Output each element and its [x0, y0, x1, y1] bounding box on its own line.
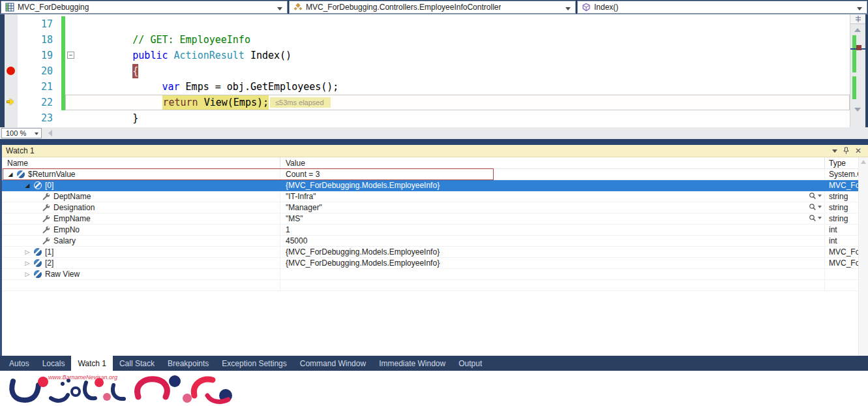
code-line-23[interactable]: 23 } [5, 110, 850, 126]
code-text: Emps = obj.GetEmployees(); [180, 80, 339, 94]
outline-collapse-button[interactable]: − [67, 52, 74, 59]
code-text [74, 64, 132, 78]
scroll-down-arrow[interactable] [854, 108, 861, 112]
tab-output[interactable]: Output [452, 356, 488, 371]
project-dropdown[interactable]: MVC_ForDebugging [1, 1, 288, 14]
watch-row-index1[interactable]: ▷ [1] {MVC_ForDebugging.Models.EmployeeI… [2, 247, 868, 258]
watch-type: MVC_Fo [825, 180, 858, 191]
watch-name: [0] [45, 181, 53, 190]
window-position-dropdown-icon[interactable] [832, 149, 837, 153]
code-line-21[interactable]: 21 var Emps = obj.GetEmployees(); [5, 79, 850, 95]
text-visualizer-button[interactable] [809, 203, 822, 211]
watch-value: {MVC_ForDebugging.Models.EmployeeInfo} [286, 181, 440, 190]
line-number: 18 [18, 34, 61, 46]
perf-tip[interactable]: ≤53ms elapsed [270, 97, 331, 108]
expander-expanded-icon[interactable]: ◢ [24, 182, 31, 189]
watch-row-empname[interactable]: EmpName "MS" string [2, 213, 868, 225]
watch-panel: Watch 1 ✕ Name Value Type ◢ $ReturnValue… [0, 145, 868, 356]
tab-exception-settings[interactable]: Exception Settings [215, 356, 293, 371]
watch-panel-titlebar[interactable]: Watch 1 ✕ [2, 145, 868, 157]
watch-row-empty[interactable] [2, 280, 868, 291]
property-wrench-icon [42, 193, 50, 200]
chevron-down-icon [818, 195, 822, 197]
watch-type: string [825, 191, 858, 202]
line-number: 19 [18, 50, 61, 61]
watch-row-deptname[interactable]: DeptName "IT-Infra" string [2, 191, 868, 202]
watch-type: MVC_Fo [825, 247, 858, 257]
watch-row-salary[interactable]: Salary 45000 int [2, 236, 868, 247]
watch-name: Designation [53, 203, 95, 212]
watch-row-empno[interactable]: EmpNo 1 int [2, 225, 868, 236]
debug-panel-tabbar: Autos Locals Watch 1 Call Stack Breakpoi… [0, 356, 868, 371]
tab-command-window[interactable]: Command Window [293, 356, 372, 371]
property-wrench-icon [42, 237, 50, 245]
breakpoint-gutter-cell[interactable] [5, 95, 18, 110]
tab-watch-1[interactable]: Watch 1 [71, 356, 113, 371]
magnifier-icon [809, 203, 816, 211]
object-sphere-icon [34, 181, 42, 189]
breakpoint-gutter-cell[interactable] [5, 48, 18, 63]
column-header-name[interactable]: Name [2, 157, 280, 168]
expander-collapsed-icon[interactable]: ▷ [24, 260, 31, 266]
code-comment: // GET: EmployeeInfo [74, 33, 250, 47]
breakpoint-icon[interactable] [7, 67, 15, 75]
breakpoint-gutter-cell[interactable] [5, 63, 18, 79]
type-dropdown[interactable]: MVC_ForDebugging.Controllers.EmployeeInf… [289, 1, 576, 14]
scroll-up-arrow[interactable] [861, 160, 866, 164]
pin-icon[interactable] [843, 147, 850, 155]
code-line-22[interactable]: 22 return View(Emps);≤53ms elapsed [5, 95, 850, 110]
split-handle-icon [854, 16, 862, 22]
expander-collapsed-icon[interactable]: ▷ [24, 271, 31, 277]
code-line-19[interactable]: 19 − public ActionResult Index() [5, 48, 850, 63]
object-sphere-icon [34, 248, 42, 256]
expander-collapsed-icon[interactable]: ▷ [24, 249, 31, 255]
window-split-handle[interactable] [850, 14, 865, 24]
zoom-level-dropdown[interactable]: 100 % [1, 128, 42, 138]
watch-row-designation[interactable]: Designation "Manager" string [2, 202, 868, 213]
tab-autos[interactable]: Autos [3, 356, 36, 371]
tab-locals[interactable]: Locals [36, 356, 72, 371]
project-dropdown-label: MVC_ForDebugging [18, 3, 89, 12]
breakpoint-gutter-cell[interactable] [5, 79, 18, 95]
scroll-left-arrow[interactable] [48, 130, 52, 136]
editor-bottom-bar: 100 % [0, 127, 868, 139]
column-header-type[interactable]: Type [825, 157, 858, 168]
code-line-20[interactable]: 20 { [5, 63, 850, 79]
watch-name: Raw View [45, 270, 80, 279]
watch-row-rawview[interactable]: ▷ Raw View [2, 269, 868, 280]
watch-vertical-scrollbar[interactable] [858, 157, 868, 356]
scroll-up-arrow[interactable] [854, 28, 861, 32]
property-wrench-icon [42, 215, 50, 223]
expander-expanded-icon[interactable]: ◢ [7, 171, 14, 178]
close-icon[interactable]: ✕ [855, 147, 861, 155]
watch-row-returnvalue[interactable]: ◢ $ReturnValue Count = 3 System.C [2, 169, 868, 180]
watch-type [825, 269, 858, 279]
column-header-value[interactable]: Value [280, 157, 825, 168]
breakpoint-gutter-cell[interactable] [5, 110, 18, 126]
magnifier-icon [809, 192, 816, 200]
chevron-down-icon [277, 7, 282, 10]
line-number: 20 [18, 65, 61, 77]
member-dropdown[interactable]: Index() [577, 1, 867, 14]
code-editor[interactable]: 17 18 // GET: EmployeeInfo 19 − public A… [0, 14, 868, 127]
watch-panel-title: Watch 1 [6, 146, 35, 155]
tab-breakpoints[interactable]: Breakpoints [161, 356, 215, 371]
chevron-down-icon [565, 7, 571, 10]
barname-nevisan-logo: www.BarnameNevisan.org [4, 372, 239, 405]
breakpoint-gutter-cell[interactable] [5, 16, 18, 32]
watch-name: Salary [53, 236, 76, 245]
text-visualizer-button[interactable] [809, 192, 822, 200]
logo-url-text: www.BarnameNevisan.org [48, 374, 117, 381]
editor-vertical-scrollbar[interactable] [850, 14, 865, 127]
watch-name: DeptName [53, 192, 91, 201]
tab-call-stack[interactable]: Call Stack [113, 356, 161, 371]
watch-row-index2[interactable]: ▷ [2] {MVC_ForDebugging.Models.EmployeeI… [2, 258, 868, 269]
code-line-17[interactable]: 17 [5, 16, 850, 32]
current-statement-line[interactable]: return View(Emps);≤53ms elapsed [65, 95, 850, 110]
breakpoint-gutter-cell[interactable] [5, 32, 18, 48]
tab-immediate-window[interactable]: Immediate Window [372, 356, 452, 371]
text-visualizer-button[interactable] [809, 214, 822, 222]
watch-row-index0[interactable]: ◢ [0] {MVC_ForDebugging.Models.EmployeeI… [2, 180, 868, 191]
watch-type: string [825, 213, 858, 224]
code-line-18[interactable]: 18 // GET: EmployeeInfo [5, 32, 850, 48]
